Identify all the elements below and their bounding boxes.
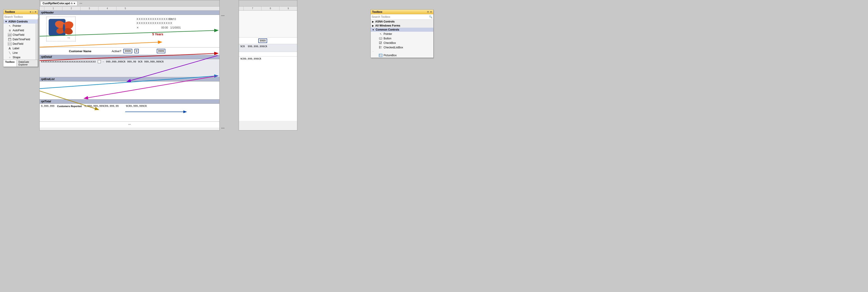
- close-icon[interactable]: ✕: [34, 10, 36, 13]
- detail-checkbox[interactable]: [98, 60, 101, 63]
- tool-line[interactable]: ╲ Line: [3, 50, 38, 55]
- field-9999-2: 9999: [157, 49, 165, 53]
- right-tool-pointer[interactable]: ↖ Pointer: [371, 32, 433, 36]
- right-section-allwf[interactable]: ▶ All Windows Forms: [371, 24, 433, 28]
- decfield-icon: 121: [8, 42, 11, 46]
- detail-decimal-1: 999,999,999CR: [106, 60, 125, 63]
- field-9999-1: 9999: [123, 49, 132, 53]
- tool-datetimefield[interactable]: DateTimeField: [3, 37, 38, 42]
- field-5years: 5 Years: [152, 32, 163, 36]
- tab-overflow-button[interactable]: ···: [80, 2, 82, 5]
- band-header-rptendlist: rptEndList: [40, 77, 219, 81]
- right-toolbox-title: Toolbox: [372, 10, 382, 13]
- svg-text:TM: TM: [67, 37, 70, 39]
- right-tool-button[interactable]: ab Button: [371, 36, 433, 41]
- left-section-header-asna[interactable]: ▼ ASNA Controls: [3, 20, 38, 24]
- line-icon: ╲: [8, 51, 11, 54]
- tool-label[interactable]: A Label: [3, 46, 38, 50]
- tool-autofield-label: AutoField: [12, 29, 24, 32]
- detail-xmarks: XXXXXXXXXXXXXXXXXXXXXXXXXXXXXXXX: [41, 60, 96, 63]
- left-toolbox-title-bar: Toolbox ▾ □ ✕: [3, 10, 38, 14]
- tool-line-label: Line: [12, 51, 18, 54]
- customer-name-label: Customer Name: [69, 49, 91, 53]
- datetimefield-icon: [8, 38, 11, 41]
- right-toolbox: Toolbox ⊓ ✕ 🔍 ▶ ASNA Controls ▶ All Wind…: [371, 9, 434, 58]
- right-ruler-mark-9: 9: [279, 6, 297, 10]
- right-picturebox-icon: [379, 53, 382, 57]
- tool-charfield[interactable]: abl CharField: [3, 33, 38, 37]
- right-designer-content: 9999 9CR 999,999,999CR 9CR9,999,999CR: [239, 10, 297, 121]
- left-search-input[interactable]: [4, 15, 38, 19]
- minimize-icon[interactable]: □: [32, 10, 34, 13]
- right-band-detail: 9CR 999,999,999CR: [239, 44, 297, 52]
- right-designer: 7 8 9 9999 9CR 999,999,999CR 9CR9,999,99…: [239, 0, 297, 131]
- right-tool-checkbox[interactable]: CheckBox: [371, 41, 433, 45]
- right-section-common[interactable]: ▼ Common Controls: [371, 28, 433, 32]
- left-toolbox-scrollbar[interactable]: [36, 24, 38, 60]
- label-icon: A: [8, 46, 11, 50]
- right-tool-checkedlistbox[interactable]: CheckedListBox: [371, 45, 433, 50]
- designer-ruler: 1 2 3 4 5: [40, 6, 219, 10]
- right-total-values: 9CR9,999,999CR: [240, 58, 261, 60]
- band-label-rptdetail: rptDetail: [41, 56, 52, 59]
- svg-rect-21: [379, 42, 381, 44]
- customer-name-row: Customer Name Active? 9999 9 9999: [40, 47, 219, 55]
- right-section-asna[interactable]: ▶ ASNA Controls: [371, 20, 433, 24]
- band-content-rptdetail: XXXXXXXXXXXXXXXXXXXXXXXXXXXXXXXX ← 999,9…: [40, 59, 219, 77]
- right-pin-icon[interactable]: ⊓: [427, 10, 429, 13]
- right-field-9999: 9999: [258, 38, 267, 43]
- band-content-rptheader: TM XXXXXXXXXXXXXXXX XXXXXXXXXXXXXXXX 0 o…: [40, 15, 219, 47]
- designer-content: rptHeader TM XXXX: [40, 10, 219, 127]
- logo-svg: TM: [48, 18, 74, 40]
- detail-decimal-3: 9CR: [138, 60, 142, 63]
- left-toolbox-title: Toolbox: [5, 10, 15, 13]
- right-tool-picturebox[interactable]: PictureBox: [371, 53, 433, 58]
- tool-pointer[interactable]: ↖ Pointer: [3, 24, 38, 28]
- tool-shape[interactable]: ○ Shape: [3, 55, 38, 60]
- right-button-icon: ab: [379, 37, 382, 40]
- band-header-rptheader: rptHeader: [40, 10, 219, 15]
- band-content-rpttotal: 9,999,999 Customers Reported 9,999,999,9…: [40, 104, 219, 122]
- left-search-row: 🔍: [3, 14, 38, 20]
- bottom-overflow-icon[interactable]: ···: [128, 122, 131, 126]
- right-tool-pointer-label: Pointer: [383, 32, 392, 36]
- right-tool-button-label: Button: [383, 37, 392, 40]
- ruler-mark-5: 5: [116, 6, 134, 10]
- tab-toolbox[interactable]: Toolbox: [3, 60, 17, 67]
- pin-icon[interactable]: ▾: [30, 10, 31, 13]
- right-pointer-icon: ↖: [379, 32, 382, 36]
- tool-autofield[interactable]: ⊞ AutoField: [3, 28, 38, 33]
- band-label-rptheader: rptHeader: [41, 11, 54, 14]
- right-toolbox-title-bar: Toolbox ⊓ ✕: [371, 10, 433, 14]
- tab-pin-icon: ⊓: [71, 2, 72, 5]
- separator-dots-1: ···: [371, 50, 433, 53]
- field-xmarks-1: XXXXXXXXXXXXXXXX: [136, 17, 173, 21]
- total-value1: 9,999,999: [41, 105, 55, 108]
- designer-tab-active[interactable]: CustRptNetColor.apd ⊓ ✕: [40, 1, 77, 5]
- right-search-button[interactable]: 🔍: [429, 15, 432, 19]
- tab-datagate[interactable]: DataGate Explorer: [17, 60, 38, 67]
- band-label-rpttotal: rptTotal: [41, 100, 51, 103]
- tab-filename: CustRptNetColor.apd: [42, 2, 70, 5]
- right-ruler-mark-8: 8: [261, 6, 279, 10]
- right-designer-tab-bar: [239, 0, 297, 6]
- right-section-asna-label: ASNA Controls: [375, 20, 395, 23]
- tool-decfield[interactable]: 121 DecField: [3, 42, 38, 46]
- right-search-input[interactable]: [372, 15, 429, 19]
- ruler-mark-3: 3: [80, 6, 98, 10]
- asna-collapse-arrow: ▶: [372, 21, 374, 23]
- right-close-icon[interactable]: ✕: [430, 10, 432, 13]
- svg-rect-24: [379, 46, 380, 47]
- main-designer: CustRptNetColor.apd ⊓ ✕ ··· 1 2 3 4 5 rp…: [39, 0, 220, 131]
- ruler-mark-2: 2: [62, 6, 80, 10]
- field-0of0: 0 of 0: [169, 17, 176, 21]
- field-datetime: 00:00 1/1/0001: [161, 26, 181, 29]
- tab-close-icon[interactable]: ✕: [73, 2, 75, 5]
- detail-decimal-4: 999,999,999CR: [144, 60, 163, 63]
- svg-text:ab: ab: [380, 38, 381, 39]
- right-total: 9CR9,999,999CR: [239, 57, 297, 61]
- pointer-icon: ↖: [8, 24, 11, 28]
- band-label-rptendlist: rptEndList: [41, 78, 55, 81]
- svg-rect-26: [379, 47, 380, 48]
- tool-pointer-label: Pointer: [12, 24, 21, 28]
